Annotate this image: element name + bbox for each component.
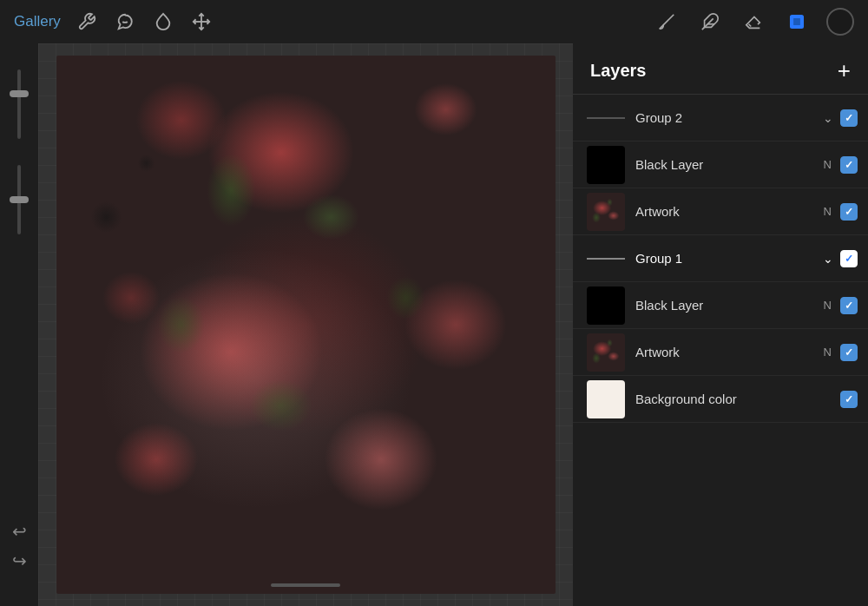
black-layer-1-thumbnail bbox=[587, 146, 625, 184]
brush-opacity-slider[interactable] bbox=[17, 165, 21, 234]
group2-name: Group 2 bbox=[635, 110, 823, 125]
left-sidebar: ↩ ↪ bbox=[0, 43, 38, 606]
undo-redo-area: ↩ ↪ bbox=[12, 521, 27, 589]
group1-line bbox=[587, 258, 625, 260]
brush-size-thumb[interactable] bbox=[10, 90, 29, 97]
artwork-2-item[interactable]: Artwork N bbox=[573, 329, 868, 376]
eraser-tool-icon[interactable] bbox=[740, 8, 767, 36]
black-layer-2-item[interactable]: Black Layer N bbox=[573, 282, 868, 329]
brush-opacity-thumb[interactable] bbox=[10, 196, 29, 203]
black-layer-1-item[interactable]: Black Layer N bbox=[573, 142, 868, 188]
toolbar-right bbox=[653, 8, 854, 36]
background-checkbox[interactable] bbox=[840, 391, 858, 408]
artwork-1-item[interactable]: Artwork N bbox=[573, 188, 868, 235]
top-toolbar: Gallery bbox=[0, 0, 868, 43]
redo-button[interactable]: ↪ bbox=[12, 550, 27, 571]
black-layer-1-name: Black Layer bbox=[635, 157, 824, 172]
brush-tool-icon[interactable] bbox=[653, 8, 681, 36]
black-layer-2-thumbnail bbox=[587, 287, 625, 325]
artwork-2-name: Artwork bbox=[635, 345, 824, 359]
group1-chevron[interactable]: ⌄ bbox=[823, 252, 833, 266]
canvas-wrapper bbox=[56, 56, 556, 594]
background-thumbnail bbox=[587, 380, 625, 418]
svg-line-2 bbox=[660, 15, 674, 30]
svg-rect-6 bbox=[792, 17, 800, 25]
black-layer-1-checkbox[interactable] bbox=[840, 156, 858, 174]
undo-button[interactable]: ↩ bbox=[12, 521, 27, 542]
artwork-1-thumbnail bbox=[587, 193, 625, 231]
layers-list: Group 2 ⌄ Black Layer N Artwork N Group … bbox=[573, 95, 868, 601]
smudge-tool-icon[interactable] bbox=[696, 8, 724, 36]
gallery-button[interactable]: Gallery bbox=[14, 13, 61, 30]
artwork-2-thumbnail bbox=[587, 333, 625, 372]
black-layer-2-name: Black Layer bbox=[635, 298, 824, 313]
artwork-canvas[interactable] bbox=[56, 56, 556, 594]
artwork-1-checkbox[interactable] bbox=[840, 203, 858, 221]
artwork-1-blend: N bbox=[824, 205, 832, 218]
group2-checkbox[interactable] bbox=[840, 109, 858, 127]
layers-header: Layers + bbox=[573, 43, 868, 95]
adjustments-icon[interactable] bbox=[113, 10, 137, 34]
group2-line bbox=[587, 117, 625, 119]
black-layer-2-blend: N bbox=[824, 299, 832, 312]
background-name: Background color bbox=[635, 392, 840, 406]
add-layer-button[interactable]: + bbox=[838, 59, 851, 82]
background-color-item[interactable]: Background color bbox=[573, 376, 868, 423]
liquify-icon[interactable] bbox=[151, 10, 175, 34]
layers-panel: Layers + Group 2 ⌄ Black Layer N Artwork… bbox=[573, 43, 868, 606]
wrench-icon[interactable] bbox=[75, 10, 99, 34]
brush-size-slider[interactable] bbox=[17, 69, 21, 139]
group1-header[interactable]: Group 1 ⌄ bbox=[573, 235, 868, 282]
layers-title: Layers bbox=[590, 61, 647, 81]
black-layer-2-checkbox[interactable] bbox=[840, 297, 858, 314]
artwork-1-name: Artwork bbox=[635, 204, 824, 219]
group2-chevron[interactable]: ⌄ bbox=[823, 111, 833, 125]
canvas-area[interactable] bbox=[38, 43, 573, 606]
artwork-2-checkbox[interactable] bbox=[840, 344, 858, 361]
scroll-indicator bbox=[271, 583, 340, 587]
group2-header[interactable]: Group 2 ⌄ bbox=[573, 95, 868, 142]
group1-checkbox[interactable] bbox=[840, 250, 858, 267]
black-layer-1-blend: N bbox=[824, 158, 832, 171]
toolbar-left: Gallery bbox=[14, 10, 214, 34]
layers-tool-icon[interactable] bbox=[783, 8, 811, 36]
artwork-2-blend: N bbox=[824, 346, 832, 359]
transform-icon[interactable] bbox=[189, 10, 214, 34]
group1-name: Group 1 bbox=[635, 251, 823, 266]
color-picker[interactable] bbox=[826, 8, 854, 36]
